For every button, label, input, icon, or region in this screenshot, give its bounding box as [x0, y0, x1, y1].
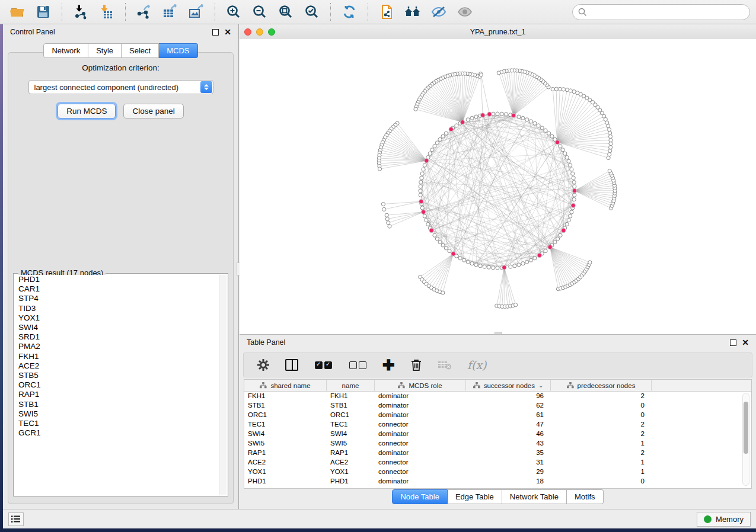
mcds-node[interactable]	[421, 210, 425, 214]
cell-predecessor-nodes[interactable]: 1	[551, 439, 652, 448]
mcds-node[interactable]	[548, 245, 552, 249]
cell-successor-nodes[interactable]: 31	[466, 458, 551, 467]
mcds-result-item[interactable]: STB1	[15, 400, 218, 409]
mcds-result-item[interactable]: SRD1	[15, 332, 218, 342]
mcds-result-item[interactable]: RAP1	[15, 390, 218, 399]
network-node[interactable]	[470, 116, 474, 120]
network-node[interactable]	[550, 134, 554, 138]
mcds-node[interactable]	[511, 113, 515, 117]
network-node[interactable]	[433, 145, 436, 148]
network-node[interactable]	[423, 164, 426, 167]
network-node[interactable]	[497, 71, 500, 75]
split-view-icon[interactable]	[285, 356, 298, 374]
tab-edge-table[interactable]: Edge Table	[448, 489, 502, 504]
network-node[interactable]	[609, 138, 613, 142]
network-node[interactable]	[438, 241, 442, 244]
network-node[interactable]	[558, 87, 562, 91]
network-node[interactable]	[533, 257, 537, 260]
cell-MCDS-role[interactable]: dominator	[375, 392, 466, 401]
cell-name[interactable]: PHD1	[327, 477, 375, 486]
network-node[interactable]	[420, 172, 424, 175]
table-row[interactable]: STB1STB1dominator620	[244, 401, 751, 411]
cell-predecessor-nodes[interactable]: 0	[551, 477, 652, 486]
network-node[interactable]	[441, 291, 445, 294]
network-node[interactable]	[483, 265, 486, 268]
tab-network-table[interactable]: Network Table	[502, 489, 567, 504]
cell-MCDS-role[interactable]: connector	[375, 439, 466, 448]
network-node[interactable]	[444, 246, 448, 250]
table-row[interactable]: YOX1YOX1connector291	[244, 467, 751, 477]
network-node[interactable]	[500, 112, 503, 116]
network-node[interactable]	[455, 124, 458, 127]
table-row[interactable]: TEC1TEC1connector472	[244, 420, 751, 430]
refresh-layout-icon[interactable]	[338, 2, 361, 22]
zoom-out-icon[interactable]	[248, 2, 271, 22]
cell-successor-nodes[interactable]: 61	[466, 411, 551, 420]
cell-MCDS-role[interactable]: dominator	[375, 477, 466, 486]
network-node[interactable]	[569, 214, 572, 218]
network-node[interactable]	[385, 217, 389, 221]
mcds-node[interactable]	[555, 140, 559, 144]
tab-node-table[interactable]: Node Table	[392, 489, 448, 504]
criterion-dropdown[interactable]: largest connected component (undirected)	[28, 80, 213, 94]
first-neighbors-icon[interactable]	[401, 2, 424, 22]
zoom-selected-icon[interactable]	[301, 2, 323, 22]
save-session-icon[interactable]	[32, 2, 55, 22]
network-node[interactable]	[458, 257, 462, 260]
network-node[interactable]	[470, 262, 474, 265]
network-node[interactable]	[466, 260, 470, 264]
network-node[interactable]	[430, 148, 434, 152]
network-node[interactable]	[608, 134, 612, 138]
run-mcds-button[interactable]: Run MCDS	[58, 104, 116, 118]
mcds-result-item[interactable]: SWI4	[15, 323, 218, 332]
network-node[interactable]	[419, 185, 422, 188]
network-node[interactable]	[571, 172, 575, 175]
network-node[interactable]	[419, 180, 423, 184]
network-node[interactable]	[559, 233, 562, 237]
cell-shared-name[interactable]: ACE2	[244, 458, 327, 467]
network-node[interactable]	[420, 176, 423, 180]
network-node[interactable]	[565, 88, 569, 92]
select-all-columns-icon[interactable]	[314, 356, 333, 374]
network-node[interactable]	[569, 89, 572, 92]
mcds-node[interactable]	[449, 127, 453, 131]
cell-MCDS-role[interactable]: connector	[375, 458, 466, 467]
mcds-result-item[interactable]: TEC1	[15, 419, 218, 428]
network-node[interactable]	[567, 219, 570, 222]
mcds-result-item[interactable]: ACE2	[15, 361, 218, 371]
network-node[interactable]	[572, 90, 576, 94]
mcds-list-scrollbar[interactable]	[219, 275, 227, 495]
network-node[interactable]	[525, 118, 529, 121]
network-node[interactable]	[419, 193, 422, 197]
mcds-result-item[interactable]: PHD1	[15, 275, 218, 284]
tab-select[interactable]: Select	[122, 43, 159, 58]
mcds-result-item[interactable]: CAR1	[15, 284, 218, 294]
network-node[interactable]	[385, 213, 388, 217]
network-node[interactable]	[554, 87, 558, 91]
cell-MCDS-role[interactable]: connector	[375, 467, 466, 477]
table-row[interactable]: ACE2ACE2connector311	[244, 458, 751, 467]
network-node[interactable]	[544, 249, 547, 253]
cell-MCDS-role[interactable]: dominator	[375, 430, 466, 439]
open-file-icon[interactable]	[6, 2, 28, 22]
network-node[interactable]	[608, 153, 611, 156]
float-table-panel-icon[interactable]	[730, 339, 736, 346]
mcds-node[interactable]	[571, 203, 575, 207]
network-node[interactable]	[573, 193, 576, 197]
cell-MCDS-role[interactable]: dominator	[375, 448, 466, 458]
cell-shared-name[interactable]: YOX1	[244, 467, 327, 477]
network-node[interactable]	[441, 134, 445, 138]
cell-name[interactable]: STB1	[327, 401, 375, 411]
cell-successor-nodes[interactable]: 47	[466, 420, 551, 430]
network-node[interactable]	[559, 145, 562, 148]
network-node[interactable]	[448, 249, 451, 253]
mcds-node[interactable]	[425, 159, 429, 163]
close-panel-button[interactable]: Close panel	[123, 104, 183, 118]
network-node[interactable]	[533, 121, 537, 125]
cell-predecessor-nodes[interactable]: 2	[551, 392, 652, 401]
cell-predecessor-nodes[interactable]: 2	[551, 448, 652, 458]
network-node[interactable]	[514, 303, 518, 307]
network-node[interactable]	[462, 258, 465, 262]
mcds-result-item[interactable]: ORC1	[15, 380, 218, 390]
network-node[interactable]	[607, 156, 610, 159]
